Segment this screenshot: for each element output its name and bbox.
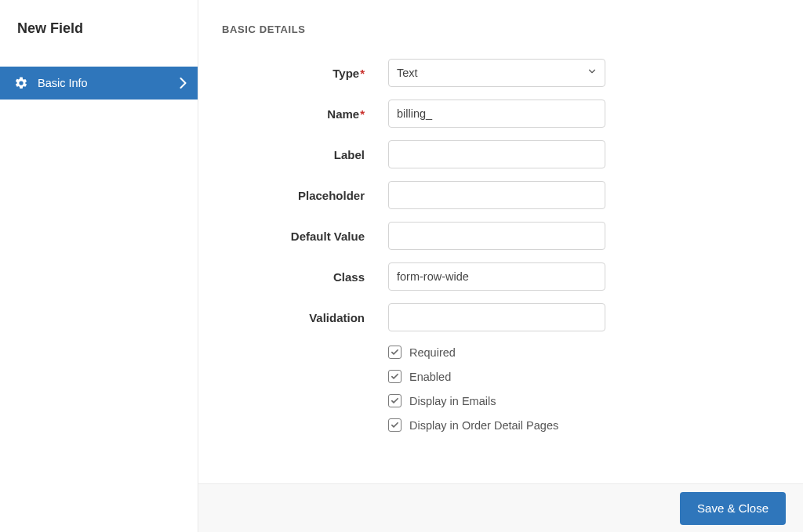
form-row-type: Type* Text [222,59,779,87]
form-row-class: Class [222,262,779,291]
sidebar: New Field Basic Info [0,0,198,532]
chevron-right-icon [180,78,187,89]
gear-icon [14,76,28,90]
label-label: Label [222,148,388,161]
form-row-default-value: Default Value [222,222,779,250]
validation-input[interactable] [388,303,605,331]
checkbox-required[interactable] [388,346,402,359]
type-select[interactable]: Text [388,59,605,87]
label-input[interactable] [388,140,605,168]
footer: Save & Close [198,483,803,532]
form-row-validation: Validation [222,303,779,331]
placeholder-label: Placeholder [222,189,388,202]
sidebar-title: New Field [0,0,198,37]
default-value-label: Default Value [222,230,388,243]
checkbox-display-order-detail-label: Display in Order Detail Pages [409,419,558,432]
section-title: BASIC DETAILS [222,24,779,35]
checkbox-display-emails-label: Display in Emails [409,395,496,407]
checkbox-display-order-detail[interactable] [388,418,402,432]
checkbox-required-row: Required [388,346,779,359]
checkbox-display-emails-row: Display in Emails [388,394,779,407]
name-label: Name* [222,107,388,121]
checkbox-display-emails[interactable] [388,394,402,407]
checkbox-display-order-detail-row: Display in Order Detail Pages [388,418,779,432]
form-row-name: Name* [222,100,779,128]
class-label: Class [222,270,388,284]
checkbox-required-label: Required [409,346,456,359]
sidebar-item-basic-info[interactable]: Basic Info [0,67,198,100]
checkbox-enabled[interactable] [388,370,402,383]
checkbox-enabled-row: Enabled [388,370,779,383]
name-input[interactable] [388,100,605,128]
checkbox-enabled-label: Enabled [409,371,451,383]
validation-label: Validation [222,311,388,324]
main-panel: BASIC DETAILS Type* Text Name* Label Pla… [198,0,803,484]
default-value-input[interactable] [388,222,605,250]
checkbox-group: Required Enabled Display in Emails Displ… [388,346,779,432]
type-label: Type* [222,67,388,80]
class-input[interactable] [388,262,605,291]
sidebar-item-label: Basic Info [38,77,180,89]
save-close-button[interactable]: Save & Close [680,492,786,525]
form-row-label: Label [222,140,779,168]
placeholder-input[interactable] [388,181,605,209]
form-row-placeholder: Placeholder [222,181,779,209]
